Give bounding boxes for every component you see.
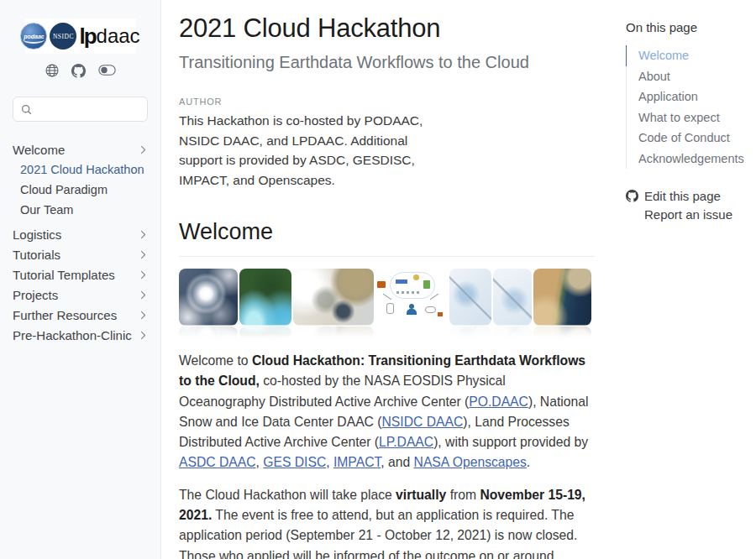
- toc-item-about[interactable]: About: [626, 66, 748, 87]
- sidebar-nav: Welcome 2021 Cloud Hackathon Cloud Parad…: [0, 139, 160, 345]
- nasa-openscapes-link[interactable]: NASA Openscapes: [414, 455, 527, 469]
- on-this-page-toc: On this page Welcome About Application W…: [619, 0, 756, 559]
- green-coastline-satellite-tile: [239, 269, 291, 339]
- sidebar: podaac NSIDC lpdaac: [0, 0, 161, 559]
- database-icon: [386, 303, 394, 314]
- asdc-daac-link[interactable]: ASDC DAAC: [179, 455, 256, 469]
- github-icon[interactable]: [71, 64, 86, 78]
- site-logo[interactable]: podaac NSIDC lpdaac: [25, 18, 136, 54]
- chevron-right-icon[interactable]: [139, 250, 148, 259]
- github-icon: [626, 190, 638, 202]
- ice-shelf-satellite-tile-1: [449, 269, 491, 339]
- sidebar-item-further-resources[interactable]: Further Resources: [13, 305, 148, 325]
- nsidc-logo-icon: NSIDC: [50, 23, 76, 50]
- toc-item-label[interactable]: Code of Conduct: [627, 128, 748, 149]
- sidebar-item-label: Cloud Paradigm: [20, 183, 108, 196]
- search-box[interactable]: [13, 97, 148, 122]
- edit-this-page-label: Edit this page: [644, 189, 721, 203]
- theme-toggle-icon[interactable]: [98, 64, 116, 78]
- chevron-right-icon[interactable]: [139, 145, 148, 154]
- section-heading-welcome: Welcome: [179, 219, 595, 257]
- lpdaac-link[interactable]: LP.DAAC: [379, 435, 433, 449]
- toc-item-welcome[interactable]: Welcome: [626, 45, 748, 66]
- cloud-workflow-diagram-tile: [375, 269, 448, 339]
- sidebar-item-label: Pre-Hackathon-Clinic: [13, 328, 132, 342]
- report-an-issue-label: Report an issue: [644, 207, 732, 222]
- impact-link[interactable]: IMPACT: [333, 455, 381, 469]
- main-content: 2021 Cloud Hackathon Transitioning Earth…: [161, 0, 619, 559]
- hurricane-satellite-tile: [179, 269, 238, 339]
- podaac-logo-label: podaac: [24, 34, 45, 39]
- author-text: This Hackathon is co-hosted by PODAAC, N…: [179, 111, 436, 190]
- lpdaac-logo-icon: lpdaac: [79, 25, 139, 47]
- globe-icon[interactable]: [45, 64, 59, 78]
- toc-item-label[interactable]: Welcome: [627, 45, 748, 66]
- chevron-right-icon[interactable]: [139, 290, 148, 300]
- intro-paragraph: Welcome to Cloud Hackathon: Transitionin…: [179, 351, 595, 473]
- toc-item-code-of-conduct[interactable]: Code of Conduct: [626, 128, 748, 149]
- report-an-issue-link[interactable]: Report an issue: [626, 205, 748, 223]
- sidebar-item-label: Tutorials: [13, 248, 60, 262]
- search-input[interactable]: [38, 103, 147, 116]
- search-icon: [21, 104, 32, 115]
- toc-item-application[interactable]: Application: [626, 86, 748, 107]
- sidebar-item-label: 2021 Cloud Hackathon: [20, 163, 144, 176]
- toc-item-label[interactable]: Acknowledgements: [627, 149, 748, 170]
- toc-item-what-to-expect[interactable]: What to expect: [626, 107, 748, 128]
- sidebar-item-projects[interactable]: Projects: [13, 285, 148, 305]
- podaac-logo-icon: podaac: [20, 23, 47, 50]
- toc-heading: On this page: [626, 20, 748, 34]
- sidebar-item-welcome[interactable]: Welcome: [13, 139, 148, 159]
- chevron-right-icon[interactable]: [139, 331, 148, 340]
- sidebar-item-label: Logistics: [13, 227, 61, 242]
- sidebar-item-label: Our Team: [20, 203, 73, 217]
- author-label: AUTHOR: [179, 97, 595, 107]
- sidebar-item-label: Tutorial Templates: [13, 268, 115, 282]
- sidebar-tool-icons: [0, 64, 160, 78]
- sidebar-item-tutorial-templates[interactable]: Tutorial Templates: [13, 264, 148, 285]
- page: podaac NSIDC lpdaac: [0, 0, 756, 559]
- lpdaac-logo-daac: daac: [97, 26, 140, 46]
- ges-disc-link[interactable]: GES DISC: [263, 455, 326, 469]
- oman-coast-satellite-tile: [533, 269, 591, 339]
- sidebar-item-pre-hackathon-clinic[interactable]: Pre-Hackathon-Clinic: [13, 325, 148, 345]
- toc-list: Welcome About Application What to expect…: [626, 45, 748, 169]
- toc-item-acknowledgements[interactable]: Acknowledgements: [626, 149, 748, 170]
- sidebar-welcome-subitems: 2021 Cloud Hackathon Cloud Paradigm Our …: [13, 159, 148, 220]
- sidebar-item-tutorials[interactable]: Tutorials: [13, 244, 148, 264]
- arctic-ice-satellite-tile: [293, 269, 374, 339]
- toc-item-label[interactable]: About: [627, 66, 748, 87]
- event-details-paragraph: The Cloud Hackathon will take place virt…: [179, 485, 595, 559]
- page-subtitle: Transitioning Earthdata Workflows to the…: [179, 53, 595, 72]
- podaac-link[interactable]: PO.DAAC: [469, 394, 528, 409]
- lpdaac-logo-lp: lp: [79, 25, 95, 47]
- sidebar-item-2021-cloud-hackathon[interactable]: 2021 Cloud Hackathon: [20, 159, 148, 180]
- sidebar-item-logistics[interactable]: Logistics: [13, 224, 148, 244]
- page-title: 2021 Cloud Hackathon: [179, 13, 595, 44]
- chevron-right-icon[interactable]: [139, 311, 148, 320]
- nsidc-daac-link[interactable]: NSIDC DAAC: [382, 415, 464, 429]
- edit-this-page-link[interactable]: Edit this page: [626, 186, 748, 205]
- nsidc-logo-label: NSIDC: [53, 33, 74, 40]
- small-cloud-icon: [425, 306, 436, 313]
- toc-item-label[interactable]: What to expect: [627, 107, 748, 128]
- banner-image: [179, 269, 595, 339]
- ice-shelf-satellite-tile-2: [493, 269, 532, 339]
- sidebar-item-label: Further Resources: [13, 308, 117, 322]
- sidebar-item-label: Projects: [13, 288, 58, 302]
- chevron-right-icon[interactable]: [139, 270, 148, 280]
- toc-item-label[interactable]: Application: [627, 86, 748, 107]
- chevron-right-icon[interactable]: [139, 230, 148, 239]
- sidebar-item-label: Welcome: [13, 143, 65, 157]
- sidebar-item-our-team[interactable]: Our Team: [20, 200, 148, 220]
- sidebar-item-cloud-paradigm[interactable]: Cloud Paradigm: [20, 180, 148, 200]
